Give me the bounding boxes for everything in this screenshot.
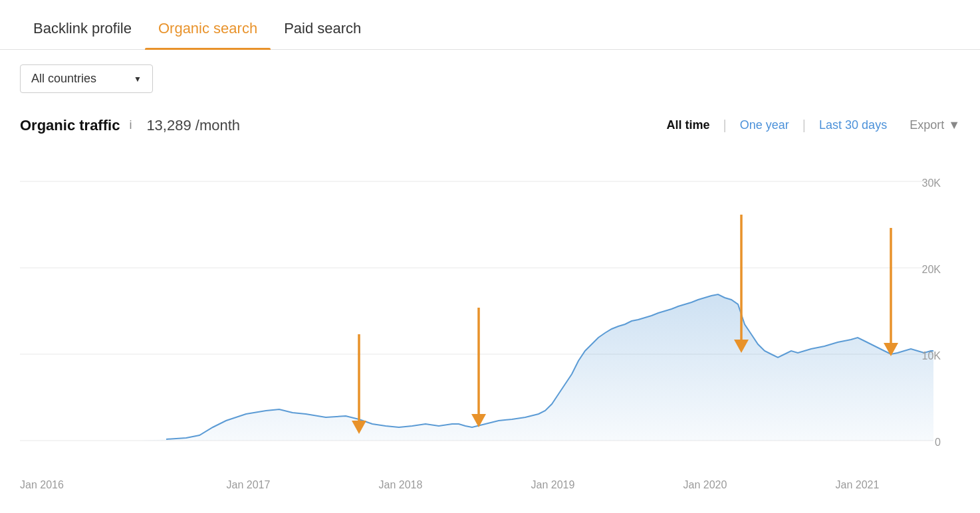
divider-1: | [722,118,728,133]
x-label-2021: Jan 2021 [781,479,933,491]
page-container: Backlink profile Organic search Paid sea… [0,0,980,513]
x-label-2020: Jan 2020 [629,479,781,491]
svg-text:20K: 20K [922,264,941,275]
metric-label: Organic traffic [20,117,120,134]
time-filter-one-year[interactable]: One year [728,114,801,136]
metric-right: All time | One year | Last 30 days Expor… [655,114,960,136]
metric-value: 13,289 /month [146,117,240,134]
metric-row: Organic traffic i 13,289 /month All time… [0,108,980,148]
tab-organic-search[interactable]: Organic search [145,8,271,49]
svg-text:10K: 10K [922,350,941,361]
chart-svg: 30K 20K 10K 0 [20,148,960,474]
tab-paid-search[interactable]: Paid search [271,8,374,49]
svg-text:0: 0 [935,437,941,448]
time-filter-last-30-days[interactable]: Last 30 days [807,114,899,136]
x-axis-labels: Jan 2016 Jan 2017 Jan 2018 Jan 2019 Jan … [0,474,953,491]
chevron-down-icon-export: ▼ [948,118,960,132]
export-label: Export [910,118,944,132]
country-select[interactable]: All countries ▼ [20,64,153,93]
export-button[interactable]: Export ▼ [910,118,960,132]
country-select-value: All countries [31,72,96,86]
metric-left: Organic traffic i 13,289 /month [20,117,240,134]
info-icon[interactable]: i [129,118,132,132]
tab-backlink-profile[interactable]: Backlink profile [20,8,145,49]
chevron-down-icon: ▼ [134,74,142,84]
controls-row: All countries ▼ [0,50,980,108]
x-label-2018: Jan 2018 [324,479,477,491]
x-label-2017: Jan 2017 [172,479,324,491]
tabs-bar: Backlink profile Organic search Paid sea… [0,0,980,50]
x-label-2016: Jan 2016 [20,479,172,491]
x-label-2019: Jan 2019 [477,479,629,491]
divider-2: | [801,118,807,133]
chart-area: 30K 20K 10K 0 [20,148,960,474]
time-filter-all-time[interactable]: All time [655,114,722,136]
svg-text:30K: 30K [922,177,941,189]
